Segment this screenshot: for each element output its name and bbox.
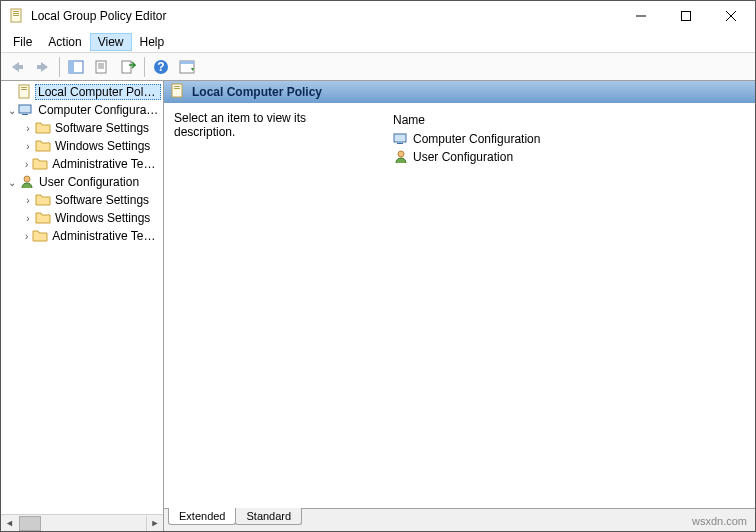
- tree-label: Administrative Templates: [50, 229, 161, 243]
- list-item-label: Computer Configuration: [413, 132, 540, 146]
- tab-standard[interactable]: Standard: [235, 508, 302, 525]
- back-button[interactable]: [5, 56, 29, 78]
- scroll-thumb[interactable]: [19, 516, 41, 531]
- maximize-button[interactable]: [663, 2, 708, 30]
- folder-icon: [32, 228, 48, 244]
- scroll-left-icon[interactable]: ◄: [1, 516, 18, 531]
- folder-icon: [35, 192, 51, 208]
- svg-rect-21: [19, 85, 29, 98]
- svg-text:?: ?: [157, 60, 164, 74]
- filter-button[interactable]: [175, 56, 199, 78]
- svg-point-26: [24, 176, 30, 182]
- tree-item[interactable]: › Software Settings: [1, 119, 163, 137]
- forward-button[interactable]: [31, 56, 55, 78]
- tree-panel: Local Computer Policy ⌄ Computer Configu…: [1, 81, 164, 531]
- computer-icon: [18, 102, 34, 118]
- svg-rect-5: [681, 12, 690, 21]
- list-column: Name Computer Configuration User Configu…: [389, 111, 745, 500]
- tree-label: Windows Settings: [53, 139, 152, 153]
- watermark: wsxdn.com: [692, 515, 747, 527]
- navigation-tree[interactable]: Local Computer Policy ⌄ Computer Configu…: [1, 81, 163, 514]
- horizontal-scrollbar[interactable]: ◄ ►: [1, 514, 163, 531]
- svg-rect-23: [21, 89, 27, 90]
- svg-rect-3: [13, 15, 19, 16]
- column-header-name[interactable]: Name: [389, 111, 745, 130]
- svg-rect-30: [394, 134, 406, 142]
- description-prompt: Select an item to view its description.: [174, 111, 369, 139]
- svg-rect-29: [174, 88, 180, 89]
- folder-icon: [32, 156, 48, 172]
- computer-icon: [393, 131, 409, 147]
- tree-label: Software Settings: [53, 121, 151, 135]
- expand-icon[interactable]: ›: [21, 141, 35, 152]
- expand-icon[interactable]: ›: [21, 195, 35, 206]
- list-item-user-config[interactable]: User Configuration: [389, 148, 745, 166]
- tree-root[interactable]: Local Computer Policy: [1, 83, 163, 101]
- svg-rect-24: [19, 105, 31, 113]
- svg-rect-22: [21, 87, 27, 88]
- toolbar: ?: [1, 53, 755, 81]
- svg-rect-16: [122, 61, 131, 73]
- list-item-label: User Configuration: [413, 150, 513, 164]
- tree-item[interactable]: › Windows Settings: [1, 209, 163, 227]
- menu-file[interactable]: File: [5, 33, 40, 51]
- toolbar-separator: [59, 57, 60, 77]
- tree-item-user-config[interactable]: ⌄ User Configuration: [1, 173, 163, 191]
- tree-item[interactable]: › Administrative Templates: [1, 227, 163, 245]
- svg-rect-25: [22, 114, 28, 115]
- tab-extended[interactable]: Extended: [168, 508, 236, 525]
- svg-rect-11: [69, 61, 74, 73]
- help-button[interactable]: ?: [149, 56, 173, 78]
- tree-label: Administrative Templates: [50, 157, 161, 171]
- view-tabs: Extended Standard: [164, 509, 755, 531]
- properties-button[interactable]: [90, 56, 114, 78]
- close-button[interactable]: [708, 2, 753, 30]
- tree-label: Local Computer Policy: [35, 84, 161, 100]
- description-column: Select an item to view its description.: [174, 111, 369, 500]
- title-bar: Local Group Policy Editor: [1, 1, 755, 31]
- svg-rect-27: [172, 84, 182, 97]
- tree-item-computer-config[interactable]: ⌄ Computer Configuration: [1, 101, 163, 119]
- menu-action[interactable]: Action: [40, 33, 89, 51]
- svg-rect-1: [13, 11, 19, 12]
- details-body: Select an item to view its description. …: [164, 103, 755, 509]
- tree-item[interactable]: › Windows Settings: [1, 137, 163, 155]
- folder-icon: [35, 138, 51, 154]
- details-header: Local Computer Policy: [164, 81, 755, 103]
- details-panel: Local Computer Policy Select an item to …: [164, 81, 755, 531]
- svg-rect-28: [174, 86, 180, 87]
- svg-rect-31: [397, 143, 403, 144]
- tree-label: Computer Configuration: [36, 103, 161, 117]
- details-title: Local Computer Policy: [192, 85, 322, 99]
- svg-point-32: [398, 151, 404, 157]
- list-item-computer-config[interactable]: Computer Configuration: [389, 130, 745, 148]
- menu-bar: File Action View Help: [1, 31, 755, 53]
- policy-icon: [170, 83, 186, 102]
- user-icon: [393, 149, 409, 165]
- content-area: Local Computer Policy ⌄ Computer Configu…: [1, 81, 755, 531]
- tree-label: Software Settings: [53, 193, 151, 207]
- svg-rect-20: [180, 61, 194, 64]
- expand-icon[interactable]: ›: [21, 123, 35, 134]
- tree-label: Windows Settings: [53, 211, 152, 225]
- collapse-icon[interactable]: ⌄: [5, 177, 19, 188]
- expand-icon[interactable]: ›: [21, 231, 32, 242]
- export-button[interactable]: [116, 56, 140, 78]
- menu-help[interactable]: Help: [132, 33, 173, 51]
- tree-item[interactable]: › Administrative Templates: [1, 155, 163, 173]
- menu-view[interactable]: View: [90, 33, 132, 51]
- expand-icon[interactable]: ›: [21, 159, 32, 170]
- policy-icon: [17, 84, 33, 100]
- show-hide-tree-button[interactable]: [64, 56, 88, 78]
- scroll-right-icon[interactable]: ►: [146, 516, 163, 531]
- svg-rect-12: [96, 61, 106, 73]
- toolbar-separator: [144, 57, 145, 77]
- app-icon: [9, 8, 25, 24]
- svg-rect-9: [37, 65, 42, 69]
- svg-rect-2: [13, 13, 19, 14]
- folder-icon: [35, 120, 51, 136]
- minimize-button[interactable]: [618, 2, 663, 30]
- collapse-icon[interactable]: ⌄: [5, 105, 18, 116]
- expand-icon[interactable]: ›: [21, 213, 35, 224]
- tree-item[interactable]: › Software Settings: [1, 191, 163, 209]
